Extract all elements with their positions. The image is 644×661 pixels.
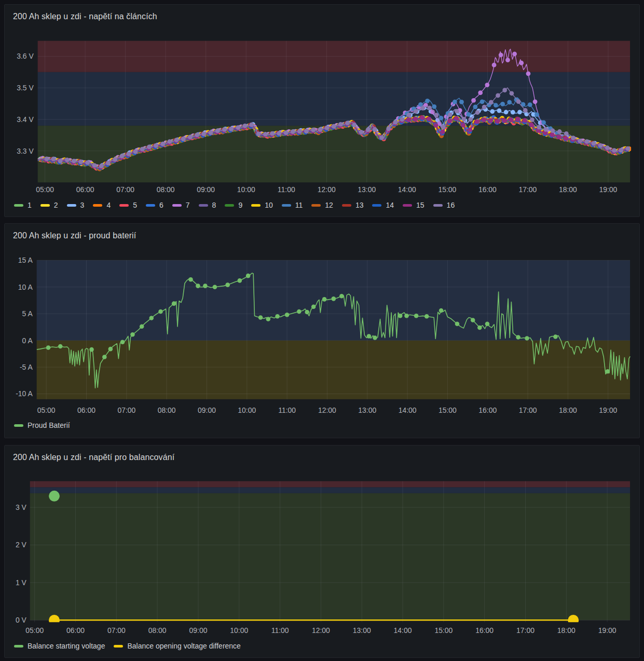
legend-item-14[interactable]: 14 xyxy=(372,201,394,209)
series-point-current xyxy=(102,355,107,359)
series-point-current xyxy=(246,274,251,278)
y-tick-label: 0 A xyxy=(22,336,33,345)
series-point-current xyxy=(553,334,558,339)
y-tick-label: 2 V xyxy=(16,541,27,549)
legend-item-7[interactable]: 7 xyxy=(172,201,190,209)
x-tick-label: 19:00 xyxy=(599,185,617,194)
legend-item-6[interactable]: 6 xyxy=(146,201,163,209)
x-tick-label: 07:00 xyxy=(107,626,126,635)
x-tick-label: 17:00 xyxy=(519,406,537,414)
series-point-15 xyxy=(454,116,459,120)
series-point-16 xyxy=(168,139,172,144)
series-point-16 xyxy=(489,100,494,105)
series-point-16 xyxy=(325,126,330,130)
series-point-11 xyxy=(507,100,512,104)
series-point-16 xyxy=(160,142,165,146)
x-tick-label: 07:00 xyxy=(116,185,134,194)
y-tick-label: 3.5 V xyxy=(17,84,34,92)
series-point-16 xyxy=(510,91,514,96)
legend-item-balance-opening-voltage-difference[interactable]: Balance opening voltage difference xyxy=(114,642,240,650)
x-tick-label: 19:00 xyxy=(599,406,617,414)
legend-item-balance-starting-voltage[interactable]: Balance starting voltage xyxy=(14,642,105,650)
legend-item-1[interactable]: 1 xyxy=(14,201,32,209)
series-point-16 xyxy=(407,113,412,117)
legend-series-label: 16 xyxy=(447,201,455,209)
series-point-16 xyxy=(379,135,384,140)
legend-item-16[interactable]: 16 xyxy=(433,201,455,209)
legend-series-label: 11 xyxy=(295,201,303,209)
legend-item-2[interactable]: 2 xyxy=(40,201,58,209)
legend-item-10[interactable]: 10 xyxy=(251,201,273,209)
series-point-16 xyxy=(427,106,432,111)
series-point-11 xyxy=(535,112,539,117)
cell-voltages-chart[interactable]: 3.3 V3.4 V3.5 V3.6 V05:0006:0007:0008:00… xyxy=(5,5,639,217)
series-point-16 xyxy=(551,128,555,133)
series-point-current xyxy=(477,326,482,330)
series-point-3 xyxy=(497,109,502,113)
x-tick-label: 16:00 xyxy=(478,406,497,414)
legend-series-label: 5 xyxy=(133,201,137,209)
x-tick-label: 10:00 xyxy=(238,406,256,414)
series-point-3 xyxy=(517,110,522,114)
threshold-band xyxy=(30,481,630,488)
series-point-16 xyxy=(619,148,623,153)
series-point-16 xyxy=(338,122,343,127)
legend-item-5[interactable]: 5 xyxy=(119,201,137,209)
legend-item-13[interactable]: 13 xyxy=(342,201,364,209)
series-point-current xyxy=(108,347,113,352)
series-point-16 xyxy=(215,129,220,133)
panel-title-battery-current[interactable]: 200 Ah sklep u zdi - proud baterií xyxy=(13,231,136,240)
legend-item-4[interactable]: 4 xyxy=(93,201,111,209)
panel-title-balance-voltage[interactable]: 200 Ah sklep u zdi - napětí pro balancov… xyxy=(13,453,174,462)
series-point-current xyxy=(373,335,377,340)
y-tick-label: 5 A xyxy=(22,309,33,318)
battery-current-chart[interactable]: -10 A-5 A0 A5 A10 A15 A05:0006:0007:0008… xyxy=(5,224,639,438)
series-point-current xyxy=(238,278,242,283)
legend-series-dash-icon xyxy=(114,645,123,647)
legend-series-label: 14 xyxy=(386,201,394,209)
legend-series-label: Balance starting voltage xyxy=(28,642,105,650)
series-point-16 xyxy=(195,132,199,137)
legend-item-12[interactable]: 12 xyxy=(311,201,333,209)
legend-item-15[interactable]: 15 xyxy=(403,201,424,209)
legend-item-proud-bateri-[interactable]: Proud Baterií xyxy=(14,421,70,429)
legend-item-8[interactable]: 8 xyxy=(199,201,216,209)
y-tick-label: -5 A xyxy=(20,363,33,371)
series-point-16 xyxy=(626,146,631,151)
legend-series-label: 13 xyxy=(355,201,364,209)
legend-item-11[interactable]: 11 xyxy=(282,201,303,209)
series-point-16 xyxy=(537,125,541,130)
balance-voltage-chart[interactable]: 0 V1 V2 V3 V05:0006:0007:0008:0009:0010:… xyxy=(5,446,639,657)
x-tick-label: 05:00 xyxy=(37,406,56,414)
legend-series-label: 8 xyxy=(212,201,216,209)
series-point-7 xyxy=(533,99,538,104)
series-point-15 xyxy=(475,119,479,124)
series-point-16 xyxy=(441,125,446,129)
series-point-16 xyxy=(592,141,596,146)
x-tick-label: 09:00 xyxy=(189,626,208,635)
series-point-15 xyxy=(461,123,465,128)
legend-series-dash-icon xyxy=(93,204,102,207)
series-point-16 xyxy=(557,129,562,134)
legend-series-dash-icon xyxy=(119,204,129,207)
y-tick-label: -10 A xyxy=(16,389,33,398)
series-point-current xyxy=(213,285,217,289)
series-point-11 xyxy=(432,104,436,109)
series-point-11 xyxy=(453,100,457,104)
series-point-15 xyxy=(482,117,486,122)
series-point-16 xyxy=(482,105,487,110)
series-point-16 xyxy=(201,132,206,137)
series-point-15 xyxy=(420,115,424,120)
series-point-7 xyxy=(512,51,517,56)
series-point-16 xyxy=(58,159,63,164)
series-point-11 xyxy=(466,112,471,117)
legend-series-label: 7 xyxy=(186,201,190,209)
legend-item-9[interactable]: 9 xyxy=(225,201,242,209)
series-point-16 xyxy=(236,125,240,130)
series-point-11 xyxy=(500,102,505,106)
legend-item-3[interactable]: 3 xyxy=(67,201,85,209)
series-point-current xyxy=(339,294,344,299)
panel-title-cell-voltages[interactable]: 200 Ah sklep u zdi - napětí na článcích xyxy=(13,12,157,21)
series-point-16 xyxy=(51,157,56,161)
series-point-16 xyxy=(222,127,227,132)
